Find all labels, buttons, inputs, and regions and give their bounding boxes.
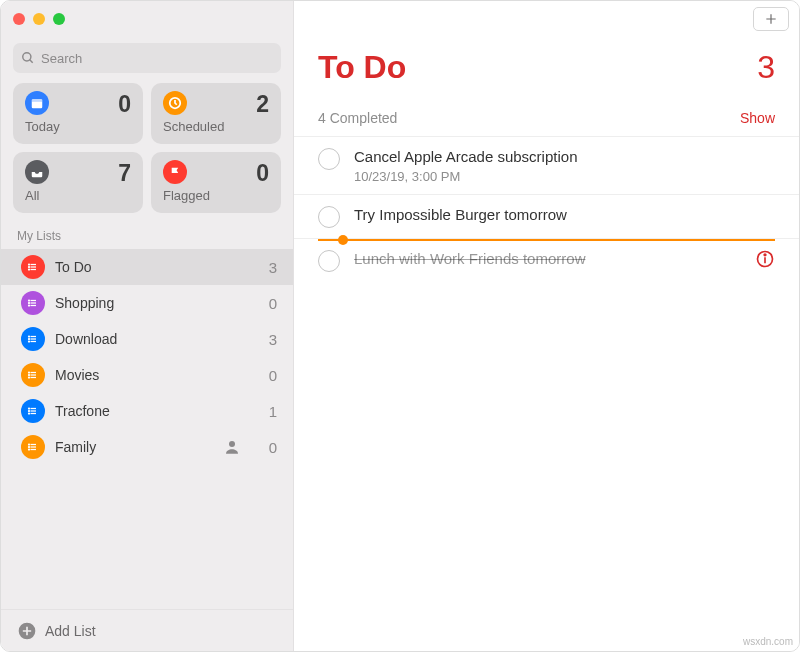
plus-icon: [764, 12, 778, 26]
list-count: 1: [255, 403, 277, 420]
svg-rect-3: [32, 99, 43, 102]
flag-icon: [163, 160, 187, 184]
drag-handle-icon: [338, 235, 348, 245]
page-count: 3: [757, 49, 775, 86]
todo-item[interactable]: Cancel Apple Arcade subscription10/23/19…: [294, 136, 799, 194]
todo-title: Try Impossible Burger tomorrow: [354, 205, 567, 225]
smart-today-count: 0: [118, 91, 131, 118]
add-list-label: Add List: [45, 623, 96, 639]
svg-point-15: [29, 303, 30, 304]
todo-title: Cancel Apple Arcade subscription: [354, 147, 577, 167]
smart-today[interactable]: 0 Today: [13, 83, 143, 144]
main-toolbar: [294, 1, 799, 37]
smart-flagged[interactable]: 0 Flagged: [151, 152, 281, 213]
svg-point-22: [29, 341, 30, 342]
todo-list: Cancel Apple Arcade subscription10/23/19…: [294, 136, 799, 282]
list-item[interactable]: Family0: [1, 429, 293, 465]
list-bullet-icon: [21, 399, 45, 423]
list-count: 3: [255, 259, 277, 276]
svg-line-1: [30, 60, 33, 63]
svg-point-8: [29, 264, 30, 265]
todo-title: Lunch with Work Friends tomorrow: [354, 249, 585, 269]
main-panel: To Do 3 4 Completed Show Cancel Apple Ar…: [294, 1, 799, 651]
list-count: 0: [255, 295, 277, 312]
calendar-icon: [25, 91, 49, 115]
sidebar: Search 0 Today 2 Scheduled: [1, 1, 294, 651]
complete-radio[interactable]: [318, 250, 340, 272]
list-bullet-icon: [21, 327, 45, 351]
smart-all[interactable]: 7 All: [13, 152, 143, 213]
close-icon[interactable]: [13, 13, 25, 25]
search-input[interactable]: Search: [13, 43, 281, 73]
list-bullet-icon: [21, 291, 45, 315]
info-icon[interactable]: [755, 249, 775, 269]
svg-point-16: [29, 305, 30, 306]
list-bullet-icon: [21, 255, 45, 279]
svg-point-26: [29, 372, 30, 373]
list-name: Family: [55, 439, 213, 455]
smart-scheduled-count: 2: [256, 91, 269, 118]
svg-point-38: [29, 444, 30, 445]
my-lists-label: My Lists: [1, 225, 293, 249]
todo-item[interactable]: Try Impossible Burger tomorrow: [294, 194, 799, 238]
svg-point-27: [29, 375, 30, 376]
list-name: Tracfone: [55, 403, 245, 419]
main-header: To Do 3: [294, 37, 799, 106]
maximize-icon[interactable]: [53, 13, 65, 25]
svg-point-14: [29, 300, 30, 301]
svg-point-41: [229, 441, 235, 447]
list-item[interactable]: Shopping0: [1, 285, 293, 321]
list-item[interactable]: Movies0: [1, 357, 293, 393]
svg-point-28: [29, 377, 30, 378]
smart-all-label: All: [25, 188, 131, 203]
svg-point-34: [29, 413, 30, 414]
svg-point-32: [29, 408, 30, 409]
lists: To Do3Shopping0Download3Movies0Tracfone1…: [1, 249, 293, 609]
add-reminder-button[interactable]: [753, 7, 789, 31]
list-count: 0: [255, 439, 277, 456]
inbox-icon: [25, 160, 49, 184]
svg-point-21: [29, 339, 30, 340]
plus-circle-icon: [17, 621, 37, 641]
complete-radio[interactable]: [318, 206, 340, 228]
complete-radio[interactable]: [318, 148, 340, 170]
list-name: Movies: [55, 367, 245, 383]
smart-all-count: 7: [118, 160, 131, 187]
list-count: 0: [255, 367, 277, 384]
clock-icon: [163, 91, 187, 115]
list-bullet-icon: [21, 435, 45, 459]
drag-insertion-line: [318, 239, 775, 241]
page-title: To Do: [318, 49, 406, 86]
svg-point-39: [29, 447, 30, 448]
smart-today-label: Today: [25, 119, 131, 134]
svg-point-0: [23, 53, 31, 61]
list-name: To Do: [55, 259, 245, 275]
list-bullet-icon: [21, 363, 45, 387]
smart-lists: 0 Today 2 Scheduled 7 All: [1, 83, 293, 225]
list-name: Download: [55, 331, 245, 347]
completed-label: 4 Completed: [318, 110, 397, 126]
svg-point-33: [29, 411, 30, 412]
svg-point-10: [29, 269, 30, 270]
svg-point-9: [29, 267, 30, 268]
search-placeholder: Search: [41, 51, 82, 66]
add-list-button[interactable]: Add List: [1, 609, 293, 651]
list-item[interactable]: Tracfone1: [1, 393, 293, 429]
smart-flagged-count: 0: [256, 160, 269, 187]
list-item[interactable]: To Do3: [1, 249, 293, 285]
smart-scheduled[interactable]: 2 Scheduled: [151, 83, 281, 144]
completed-row: 4 Completed Show: [294, 106, 799, 136]
list-item[interactable]: Download3: [1, 321, 293, 357]
svg-point-40: [29, 449, 30, 450]
show-completed-button[interactable]: Show: [740, 110, 775, 126]
window-titlebar: [1, 1, 293, 37]
svg-point-20: [29, 336, 30, 337]
search-icon: [21, 51, 35, 65]
shared-icon: [223, 438, 241, 456]
list-count: 3: [255, 331, 277, 348]
watermark: wsxdn.com: [743, 636, 793, 647]
svg-point-45: [764, 254, 766, 256]
todo-item[interactable]: Lunch with Work Friends tomorrow: [294, 238, 799, 282]
minimize-icon[interactable]: [33, 13, 45, 25]
smart-scheduled-label: Scheduled: [163, 119, 269, 134]
